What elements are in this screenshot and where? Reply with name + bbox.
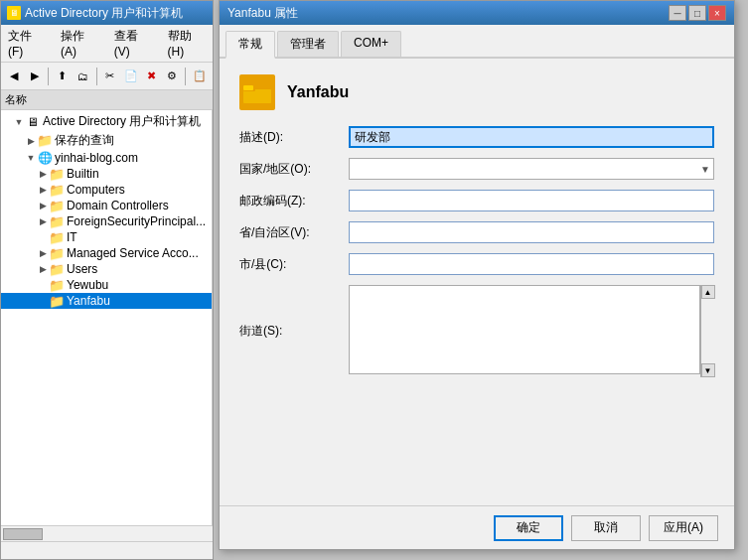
menu-view[interactable]: 查看(V) — [111, 27, 155, 60]
folder-icon: 📁 — [49, 167, 65, 181]
folder-icon: 📁 — [49, 294, 65, 308]
tree-label: IT — [67, 230, 77, 244]
svg-rect-1 — [243, 89, 271, 103]
tree-label: yinhai-blog.com — [55, 151, 138, 165]
label-country: 国家/地区(O): — [239, 161, 349, 178]
tree-item-dc[interactable]: ▶📁Domain Controllers — [1, 198, 212, 213]
menu-action[interactable]: 操作(A) — [58, 27, 101, 60]
tree-toggle[interactable]: ▼ — [13, 116, 25, 128]
folder-icon: 📁 — [49, 214, 65, 228]
tree-toggle[interactable]: ▶ — [37, 215, 49, 227]
textarea-scrollbar: ▲▼ — [700, 285, 714, 377]
tab-com[interactable]: COM+ — [341, 31, 401, 57]
up-button[interactable]: ⬆ — [53, 67, 72, 86]
tree-item-foreign[interactable]: ▶📁ForeignSecurityPrincipal... — [1, 213, 212, 229]
tree-item-saved[interactable]: ▶📁保存的查询 — [1, 131, 212, 150]
tree-label: Builtin — [67, 167, 99, 181]
tree-label: Yewubu — [67, 278, 108, 292]
hscroll-thumb[interactable] — [3, 528, 43, 540]
properties-button[interactable]: ⚙ — [163, 67, 182, 86]
ad-menubar: 文件(F) 操作(A) 查看(V) 帮助(H) — [1, 25, 213, 63]
tree-toggle[interactable]: ▶ — [37, 263, 49, 275]
tree-item-computers[interactable]: ▶📁Computers — [1, 182, 212, 198]
form-row-street: 街道(S):▲▼ — [239, 285, 714, 377]
input-city[interactable] — [349, 253, 714, 275]
computer-icon: 🖥 — [25, 115, 41, 129]
form-row-desc: 描述(D): — [239, 126, 714, 148]
tree-toggle[interactable]: ▶ — [37, 200, 49, 211]
form-row-province: 省/自治区(V): — [239, 221, 714, 243]
tree-toggle[interactable]: ▶ — [25, 135, 37, 147]
ok-button[interactable]: 确定 — [494, 515, 563, 541]
back-button[interactable]: ◀ — [5, 67, 24, 86]
maximize-button[interactable]: □ — [688, 5, 706, 21]
toolbar-sep-3 — [185, 68, 186, 85]
label-postal: 邮政编码(Z): — [239, 193, 349, 210]
tree-toggle-empty — [37, 295, 49, 307]
tree-label: Active Directory 用户和计算机 — [43, 113, 201, 130]
apply-button[interactable]: 应用(A) — [649, 515, 718, 541]
delete-button[interactable]: ✖ — [142, 67, 161, 86]
prop-header: Yanfabu — [239, 74, 714, 110]
input-postal[interactable] — [349, 190, 714, 211]
input-desc[interactable] — [349, 126, 714, 148]
ad-content: ▼🖥Active Directory 用户和计算机▶📁保存的查询▼🌐yinhai… — [1, 110, 213, 525]
label-desc: 描述(D): — [239, 129, 349, 146]
tree-item-managed[interactable]: ▶📁Managed Service Acco... — [1, 245, 212, 261]
ad-tree[interactable]: ▼🖥Active Directory 用户和计算机▶📁保存的查询▼🌐yinhai… — [1, 110, 213, 525]
prop-content: Yanfabu 描述(D):国家/地区(O):▼邮政编码(Z):省/自治区(V)… — [220, 59, 734, 403]
tree-toggle[interactable]: ▶ — [37, 247, 49, 259]
select-country[interactable] — [349, 158, 714, 180]
tree-item-yanfabu[interactable]: 📁Yanfabu — [1, 293, 212, 309]
ad-statusbar — [1, 541, 213, 559]
tree-header: 名称 — [1, 90, 213, 110]
tree-item-builtin[interactable]: ▶📁Builtin — [1, 166, 212, 182]
cancel-button[interactable]: 取消 — [571, 515, 641, 541]
tree-toggle[interactable]: ▼ — [25, 152, 37, 164]
tree-item-users[interactable]: ▶📁Users — [1, 261, 212, 277]
folder-icon: 📁 — [37, 134, 53, 148]
tab-general[interactable]: 常规 — [225, 31, 275, 59]
input-province[interactable] — [349, 221, 714, 243]
tree-item-it[interactable]: 📁IT — [1, 229, 212, 245]
folder-icon: 📁 — [49, 230, 65, 244]
titlebar-controls: ─ □ × — [669, 5, 726, 21]
forward-button[interactable]: ▶ — [26, 67, 45, 86]
close-button[interactable]: × — [708, 5, 726, 21]
scroll-down-arrow[interactable]: ▼ — [701, 363, 715, 377]
copy-button[interactable]: 📄 — [121, 67, 140, 86]
tree-item-yewubu[interactable]: 📁Yewubu — [1, 277, 212, 293]
cut-button[interactable]: ✂ — [101, 67, 120, 86]
tree-col-name: 名称 — [5, 92, 27, 107]
tree-label: Computers — [67, 183, 125, 197]
prop-tabs: 常规 管理者 COM+ — [220, 25, 734, 59]
tree-label: Yanfabu — [67, 294, 110, 308]
tree-item-root[interactable]: ▼🖥Active Directory 用户和计算机 — [1, 112, 212, 131]
label-street: 街道(S): — [239, 323, 349, 340]
tree-item-domain[interactable]: ▼🌐yinhai-blog.com — [1, 150, 212, 166]
tree-toggle-empty — [37, 279, 49, 291]
show-tree-button[interactable]: 🗂 — [74, 67, 92, 86]
domain-icon: 🌐 — [37, 151, 53, 165]
toolbar-sep-2 — [96, 68, 97, 85]
ad-title: Active Directory 用户和计算机 — [25, 5, 183, 22]
new-button[interactable]: 📋 — [190, 67, 209, 86]
tree-toggle[interactable]: ▶ — [37, 168, 49, 180]
select-wrapper-country: ▼ — [349, 158, 714, 180]
minimize-button[interactable]: ─ — [669, 5, 686, 21]
textarea-wrapper-street: ▲▼ — [349, 285, 714, 377]
ad-toolbar: ◀ ▶ ⬆ 🗂 ✂ 📄 ✖ ⚙ 📋 — [1, 63, 213, 90]
ad-titlebar: 🖥 Active Directory 用户和计算机 — [1, 1, 213, 25]
tree-toggle[interactable]: ▶ — [37, 184, 49, 196]
textarea-street[interactable] — [349, 285, 700, 374]
svg-rect-3 — [243, 85, 253, 90]
form-row-country: 国家/地区(O):▼ — [239, 158, 714, 180]
folder-icon: 📁 — [49, 278, 65, 292]
form-row-postal: 邮政编码(Z): — [239, 190, 714, 211]
tab-admin[interactable]: 管理者 — [277, 31, 339, 57]
menu-help[interactable]: 帮助(H) — [165, 27, 209, 60]
ad-hscroll[interactable] — [1, 525, 213, 541]
menu-file[interactable]: 文件(F) — [5, 27, 48, 60]
scroll-up-arrow[interactable]: ▲ — [701, 285, 715, 299]
tree-label: Users — [67, 262, 97, 276]
